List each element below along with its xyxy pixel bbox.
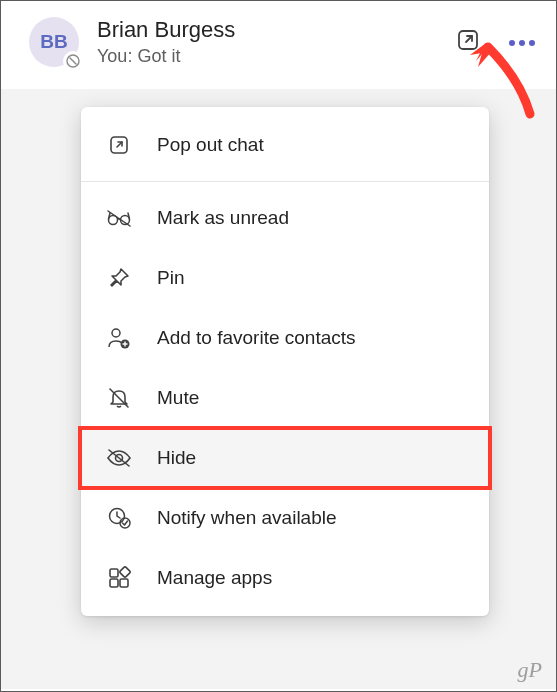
menu-label: Pop out chat <box>157 134 264 156</box>
context-menu: Pop out chat Mark as unread <box>81 107 489 616</box>
menu-item-manage-apps[interactable]: Manage apps <box>81 548 489 608</box>
svg-point-5 <box>529 40 535 46</box>
svg-point-4 <box>519 40 525 46</box>
highlight-annotation <box>78 426 492 490</box>
menu-item-pop-out[interactable]: Pop out chat <box>81 115 489 175</box>
svg-point-10 <box>112 329 120 337</box>
menu-label: Notify when available <box>157 507 337 529</box>
pin-icon <box>105 264 133 292</box>
menu-item-hide[interactable]: Hide <box>81 428 489 488</box>
menu-label: Hide <box>157 447 196 469</box>
svg-rect-18 <box>120 579 128 587</box>
avatar: BB <box>29 17 79 67</box>
eye-off-icon <box>105 444 133 472</box>
menu-label: Manage apps <box>157 567 272 589</box>
svg-rect-19 <box>110 579 118 587</box>
pop-out-icon <box>105 131 133 159</box>
more-options-button[interactable] <box>506 26 538 58</box>
app-frame: BB Brian Burgess You: Got it <box>0 0 557 692</box>
glasses-icon <box>105 204 133 232</box>
chat-list-item[interactable]: BB Brian Burgess You: Got it <box>1 1 556 89</box>
svg-rect-17 <box>110 569 118 577</box>
person-add-icon <box>105 324 133 352</box>
svg-line-1 <box>70 58 77 65</box>
menu-item-mute[interactable]: Mute <box>81 368 489 428</box>
bell-off-icon <box>105 384 133 412</box>
menu-separator <box>81 181 489 182</box>
apps-icon <box>105 564 133 592</box>
svg-point-3 <box>509 40 515 46</box>
watermark: gP <box>518 657 542 683</box>
svg-line-14 <box>109 450 129 466</box>
svg-point-16 <box>120 518 130 528</box>
pop-out-button[interactable] <box>452 26 484 58</box>
presence-offline-icon <box>63 51 83 71</box>
menu-label: Add to favorite contacts <box>157 327 356 349</box>
chat-info: Brian Burgess You: Got it <box>97 17 452 66</box>
more-horizontal-icon <box>508 33 536 51</box>
chat-actions <box>452 26 538 58</box>
menu-label: Pin <box>157 267 184 289</box>
menu-item-pin[interactable]: Pin <box>81 248 489 308</box>
pop-out-icon <box>454 26 482 58</box>
last-message: You: Got it <box>97 46 452 67</box>
avatar-initials: BB <box>40 31 67 53</box>
menu-item-add-favorite[interactable]: Add to favorite contacts <box>81 308 489 368</box>
menu-label: Mute <box>157 387 199 409</box>
menu-item-notify[interactable]: Notify when available <box>81 488 489 548</box>
contact-name: Brian Burgess <box>97 17 452 43</box>
svg-rect-20 <box>119 566 130 577</box>
menu-label: Mark as unread <box>157 207 289 229</box>
clock-check-icon <box>105 504 133 532</box>
menu-item-mark-unread[interactable]: Mark as unread <box>81 188 489 248</box>
